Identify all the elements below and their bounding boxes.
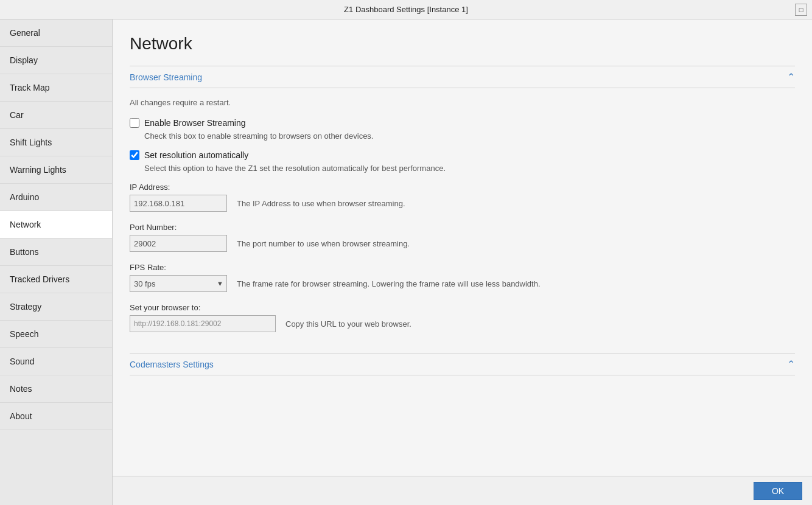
sidebar-item-warning-lights[interactable]: Warning Lights — [0, 156, 112, 184]
ip-address-label: IP Address: — [130, 183, 795, 192]
sidebar-item-display[interactable]: Display — [0, 47, 112, 74]
ok-button[interactable]: OK — [754, 482, 802, 500]
sidebar-item-arduino[interactable]: Arduino — [0, 184, 112, 211]
browser-streaming-title: Browser Streaming — [130, 72, 202, 82]
close-button[interactable]: □ — [795, 4, 807, 16]
page-title: Network — [130, 34, 795, 54]
browser-streaming-header[interactable]: Browser Streaming ⌃ — [130, 66, 795, 88]
fps-rate-select[interactable]: 30 fps 60 fps 15 fps — [130, 275, 227, 292]
browser-url-group: Set your browser to: Copy this URL to yo… — [130, 303, 795, 332]
enable-streaming-checkbox[interactable] — [130, 118, 139, 128]
chevron-up-icon-2: ⌃ — [787, 358, 795, 370]
title-bar-controls: □ — [795, 4, 807, 16]
sidebar-item-shift-lights[interactable]: Shift Lights — [0, 129, 112, 156]
sidebar-item-track-map[interactable]: Track Map — [0, 74, 112, 102]
fps-rate-row: 30 fps 60 fps 15 fps ▼ The frame rate fo… — [130, 275, 795, 292]
title-bar: Z1 Dashboard Settings [Instance 1] □ — [0, 0, 812, 19]
browser-url-input[interactable] — [130, 315, 276, 332]
codemasters-header[interactable]: Codemasters Settings ⌃ — [130, 353, 795, 375]
fps-rate-label: FPS Rate: — [130, 263, 795, 272]
browser-url-row: Copy this URL to your web browser. — [130, 315, 795, 332]
sidebar-item-tracked-drivers[interactable]: Tracked Drivers — [0, 266, 112, 293]
resolution-label[interactable]: Set resolution automatically — [144, 150, 248, 160]
port-number-row: The port number to use when browser stre… — [130, 235, 795, 252]
fps-rate-desc: The frame rate for browser streaming. Lo… — [237, 279, 541, 288]
port-number-desc: The port number to use when browser stre… — [237, 239, 410, 248]
enable-streaming-label[interactable]: Enable Browser Streaming — [144, 118, 246, 128]
bottom-bar: OK — [113, 476, 812, 505]
sidebar-item-network[interactable]: Network — [0, 211, 112, 239]
codemasters-section: Codemasters Settings ⌃ — [130, 353, 795, 375]
enable-streaming-desc: Check this box to enable streaming to br… — [144, 131, 795, 141]
ip-address-desc: The IP Address to use when browser strea… — [237, 199, 405, 208]
resolution-desc: Select this option to have the Z1 set th… — [144, 164, 795, 173]
resolution-checkbox-row: Set resolution automatically — [130, 150, 795, 160]
sidebar-item-sound[interactable]: Sound — [0, 348, 112, 375]
ip-address-row: The IP Address to use when browser strea… — [130, 195, 795, 212]
ip-address-group: IP Address: The IP Address to use when b… — [130, 183, 795, 212]
browser-streaming-section: Browser Streaming ⌃ All changes require … — [130, 66, 795, 353]
resolution-checkbox[interactable] — [130, 150, 139, 160]
sidebar-item-about[interactable]: About — [0, 403, 112, 430]
app-body: General Display Track Map Car Shift Ligh… — [0, 19, 812, 505]
port-number-input[interactable] — [130, 235, 227, 252]
browser-streaming-body: All changes require a restart. Enable Br… — [130, 88, 795, 353]
codemasters-title: Codemasters Settings — [130, 360, 214, 369]
enable-streaming-row: Enable Browser Streaming — [130, 118, 795, 128]
sidebar-item-car[interactable]: Car — [0, 102, 112, 129]
main-content: Network Browser Streaming ⌃ All changes … — [113, 19, 812, 505]
ip-address-input[interactable] — [130, 195, 227, 212]
fps-select-wrapper: 30 fps 60 fps 15 fps ▼ — [130, 275, 227, 292]
title-bar-title: Z1 Dashboard Settings [Instance 1] — [344, 5, 468, 14]
browser-url-label: Set your browser to: — [130, 303, 795, 312]
restart-notice: All changes require a restart. — [130, 98, 795, 107]
sidebar-item-general[interactable]: General — [0, 19, 112, 47]
port-number-label: Port Number: — [130, 223, 795, 232]
sidebar: General Display Track Map Car Shift Ligh… — [0, 19, 113, 505]
sidebar-item-strategy[interactable]: Strategy — [0, 293, 112, 321]
fps-rate-group: FPS Rate: 30 fps 60 fps 15 fps ▼ The fr — [130, 263, 795, 292]
chevron-up-icon: ⌃ — [787, 71, 795, 83]
sidebar-item-notes[interactable]: Notes — [0, 375, 112, 403]
browser-url-desc: Copy this URL to your web browser. — [285, 319, 411, 329]
port-number-group: Port Number: The port number to use when… — [130, 223, 795, 252]
sidebar-item-speech[interactable]: Speech — [0, 321, 112, 348]
content-area: Network Browser Streaming ⌃ All changes … — [113, 19, 812, 476]
sidebar-item-buttons[interactable]: Buttons — [0, 239, 112, 266]
